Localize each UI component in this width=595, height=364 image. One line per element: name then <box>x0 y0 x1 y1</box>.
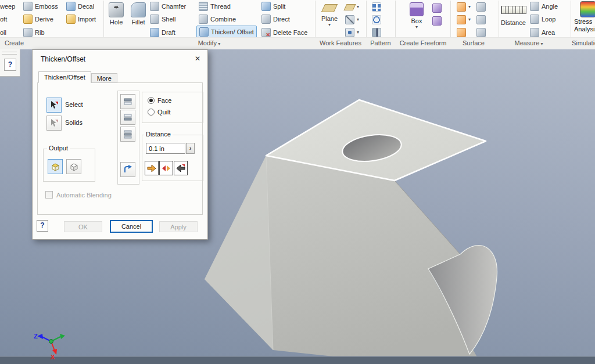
ribbon-button-fillet[interactable]: Fillet <box>128 2 149 26</box>
surface-extend-button[interactable] <box>476 2 486 12</box>
ribbon-button-delete-face[interactable]: Delete Face <box>261 27 307 38</box>
help-panel-icon[interactable] <box>4 59 16 71</box>
ruler-icon <box>501 6 526 14</box>
surface-repair-button[interactable] <box>476 27 486 38</box>
ribbon-label: Import <box>78 16 96 23</box>
circular-pattern-button[interactable] <box>372 15 381 25</box>
ribbon-label: Delete Face <box>273 29 307 36</box>
close-icon[interactable] <box>191 53 205 64</box>
distance-legend: Distance <box>144 131 173 138</box>
work-axis-icon <box>345 15 354 24</box>
mirror-button[interactable] <box>372 27 381 38</box>
ribbon-button-derive[interactable]: Derive <box>23 14 53 24</box>
emboss-icon <box>23 2 33 11</box>
ribbon-button-decal[interactable]: Decal <box>66 1 94 12</box>
thicken-offset-dialog: Thicken/Offset Thicken/Offset More Selec… <box>32 49 208 240</box>
inventor-app: weep oft oil Emboss Derive Rib Decal Imp… <box>0 0 595 364</box>
help-button[interactable] <box>37 220 48 232</box>
ribbon-button-loft[interactable]: oft <box>0 14 7 24</box>
ribbon-label: oil <box>0 29 6 36</box>
ribbon-label: Rib <box>35 29 45 36</box>
rectangular-pattern-button[interactable] <box>372 2 381 12</box>
rib-icon <box>23 28 33 37</box>
ribbon-label: Thicken/ Offset <box>211 28 254 35</box>
panel-grip-icon[interactable] <box>2 52 17 56</box>
freeform-icon <box>432 3 442 13</box>
thicken-offset-icon <box>199 27 209 37</box>
surface-sculpt-button[interactable] <box>476 15 486 25</box>
measure-loop-button[interactable]: Loop <box>530 14 555 24</box>
measure-area-button[interactable]: Area <box>530 27 555 38</box>
stitch-icon <box>457 2 466 12</box>
ribbon-button-plane[interactable]: Plane ▾ <box>318 2 340 27</box>
ribbon-button-box[interactable]: Box ▾ <box>407 2 426 29</box>
ribbon-label: Decal <box>78 3 94 10</box>
panel-label-modify[interactable]: Modify <box>192 39 227 46</box>
work-feature-axis-button[interactable]: ▾ <box>345 15 359 25</box>
ribbon-button-thicken-offset[interactable]: Thicken/ Offset <box>196 26 257 38</box>
ribbon-button-sweep[interactable]: weep <box>0 1 15 12</box>
viewport-bottom-band <box>0 356 595 364</box>
chevron-down-icon[interactable]: ▾ <box>468 5 471 9</box>
surface-patch-button[interactable]: ▾ <box>457 15 471 25</box>
apply-button[interactable]: Apply <box>159 221 198 232</box>
chevron-down-icon[interactable]: ▾ <box>468 18 471 21</box>
work-point-icon <box>345 28 354 37</box>
ribbon-label: weep <box>0 3 15 10</box>
ribbon-panel-bar: Create Modify Work Features Pattern Crea… <box>0 37 595 50</box>
work-feature-point-button[interactable]: ▾ <box>345 27 359 38</box>
ribbon-button-shell[interactable]: Shell <box>150 14 175 24</box>
chevron-down-icon[interactable]: ▾ <box>415 26 418 29</box>
ribbon-button-thread[interactable]: Thread <box>199 1 231 12</box>
mini-panel <box>0 49 20 77</box>
chevron-down-icon[interactable]: ▾ <box>357 31 359 34</box>
trim-icon <box>457 28 466 37</box>
delete-face-icon <box>261 28 271 37</box>
tab-thicken-offset[interactable]: Thicken/Offset <box>38 71 91 83</box>
ribbon-label: Loop <box>542 16 555 23</box>
hole-icon <box>109 2 124 17</box>
cancel-button[interactable]: Cancel <box>110 220 153 233</box>
ribbon-button-emboss[interactable]: Emboss <box>23 1 58 12</box>
surface-trim-button[interactable] <box>457 27 466 38</box>
chevron-down-icon[interactable]: ▾ <box>357 18 359 21</box>
ribbon-button-stress-analysis[interactable] <box>576 1 595 17</box>
ribbon-label: Emboss <box>35 3 58 10</box>
ribbon-label: Distance <box>501 19 526 26</box>
ribbon-button-coil[interactable]: oil <box>0 27 6 38</box>
ribbon-label: Box <box>411 17 422 24</box>
dialog-title: Thicken/Offset <box>41 55 85 63</box>
surface-stitch-button[interactable]: ▾ <box>457 2 471 12</box>
measure-distance-button[interactable] <box>501 5 526 15</box>
panel-label-create: Create <box>5 39 24 46</box>
circular-pattern-icon <box>372 15 381 24</box>
work-feature-plane-button[interactable]: ▾ <box>345 2 359 12</box>
ribbon-button-import[interactable]: Import <box>66 14 96 24</box>
repair-icon <box>476 28 486 37</box>
measure-angle-button[interactable]: Angle <box>530 1 558 12</box>
work-plane-icon <box>343 4 356 10</box>
box-icon <box>410 2 424 16</box>
ribbon-button-draft[interactable]: Draft <box>150 27 175 38</box>
freeform-tool-button[interactable] <box>432 3 442 13</box>
ribbon-button-chamfer[interactable]: Chamfer <box>150 1 186 12</box>
ok-button[interactable]: OK <box>64 221 102 232</box>
ribbon-button-combine[interactable]: Combine <box>199 14 236 24</box>
axis-x-label: X <box>51 354 55 361</box>
sculpt-icon <box>476 15 486 24</box>
mirror-icon <box>372 28 381 37</box>
ribbon-label: Thread <box>210 3 231 10</box>
freeform-tool2-button[interactable] <box>432 16 442 26</box>
ribbon-button-direct[interactable]: Direct <box>261 14 290 24</box>
chevron-down-icon[interactable]: ▾ <box>328 23 331 27</box>
model-left-face[interactable] <box>205 156 273 350</box>
panel-label-simulation: Simulation <box>572 39 595 46</box>
panel-label-measure[interactable]: Measure <box>511 39 546 46</box>
tab-more[interactable]: More <box>91 73 117 83</box>
ribbon-button-hole[interactable]: Hole <box>106 2 127 26</box>
split-icon <box>261 2 271 11</box>
chevron-down-icon[interactable]: ▾ <box>357 5 359 9</box>
draft-icon <box>150 28 159 37</box>
ribbon-button-rib[interactable]: Rib <box>23 27 45 38</box>
ribbon-button-split[interactable]: Split <box>261 1 285 12</box>
